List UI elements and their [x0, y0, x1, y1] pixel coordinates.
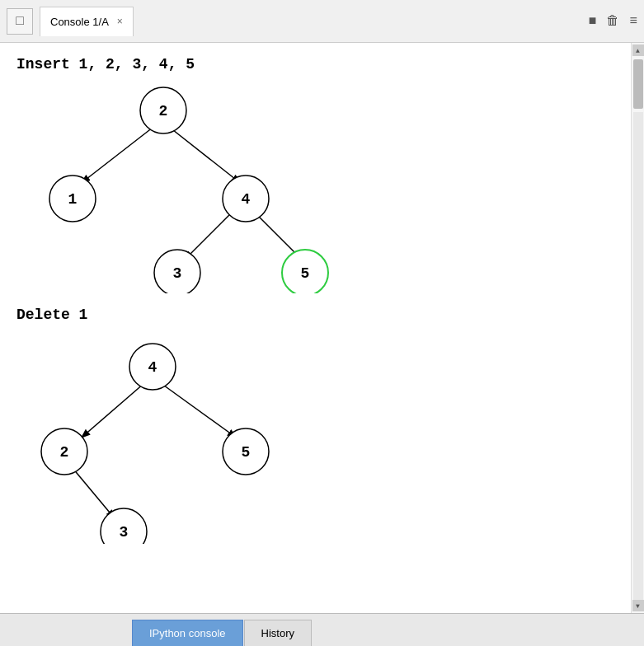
svg-text:2: 2 [60, 444, 69, 461]
svg-text:3: 3 [120, 524, 129, 541]
svg-line-14 [82, 383, 144, 437]
tab-close-button[interactable]: × [117, 16, 123, 27]
tree-delete-svg: 4 2 5 3 [16, 330, 330, 544]
bottom-tabs: IPython console History [0, 613, 644, 646]
tab-history[interactable]: History [244, 620, 312, 646]
scrollbar[interactable]: ▲ ▼ [631, 43, 644, 613]
tree-delete: 4 2 5 3 [16, 330, 614, 544]
console-tab[interactable]: Console 1/A × [40, 7, 134, 36]
scroll-down-button[interactable]: ▼ [632, 600, 644, 611]
tab-history-label: History [261, 627, 294, 639]
svg-line-2 [186, 209, 235, 259]
content-area: Insert 1, 2, 3, 4, 5 [0, 43, 631, 613]
new-console-icon: □ [16, 14, 24, 29]
scroll-up-button[interactable]: ▲ [632, 44, 644, 56]
scroll-thumb[interactable] [633, 59, 643, 109]
tab-ipython-console[interactable]: IPython console [132, 620, 243, 646]
menu-icon[interactable]: ≡ [629, 14, 637, 29]
tab-ipython-label: IPython console [149, 627, 226, 639]
toolbar-right: ■ 🗑 ≡ [589, 13, 637, 29]
window: □ Console 1/A × ■ 🗑 ≡ Insert 1, 2, 3, 4,… [0, 0, 644, 646]
new-console-button[interactable]: □ [7, 8, 33, 35]
svg-text:5: 5 [301, 265, 310, 282]
tree-insert: 2 1 4 3 5 [16, 79, 614, 293]
svg-text:2: 2 [159, 103, 168, 119]
titlebar: □ Console 1/A × ■ 🗑 ≡ [0, 0, 644, 43]
insert-label: Insert 1, 2, 3, 4, 5 [16, 56, 614, 73]
svg-line-0 [82, 124, 157, 182]
svg-text:4: 4 [242, 191, 251, 208]
svg-text:5: 5 [242, 444, 251, 461]
svg-text:1: 1 [68, 191, 78, 208]
trash-icon[interactable]: 🗑 [606, 13, 619, 29]
main-area: Insert 1, 2, 3, 4, 5 [0, 43, 644, 613]
tab-label: Console 1/A [50, 16, 109, 28]
svg-line-15 [161, 383, 235, 437]
svg-text:3: 3 [173, 265, 182, 282]
tree-insert-svg: 2 1 4 3 5 [16, 79, 363, 293]
svg-text:4: 4 [148, 359, 157, 376]
minimize-icon[interactable]: ■ [589, 14, 597, 29]
scroll-track[interactable] [633, 112, 643, 600]
delete-label: Delete 1 [16, 307, 614, 323]
svg-line-16 [73, 468, 114, 517]
svg-line-1 [169, 127, 239, 182]
